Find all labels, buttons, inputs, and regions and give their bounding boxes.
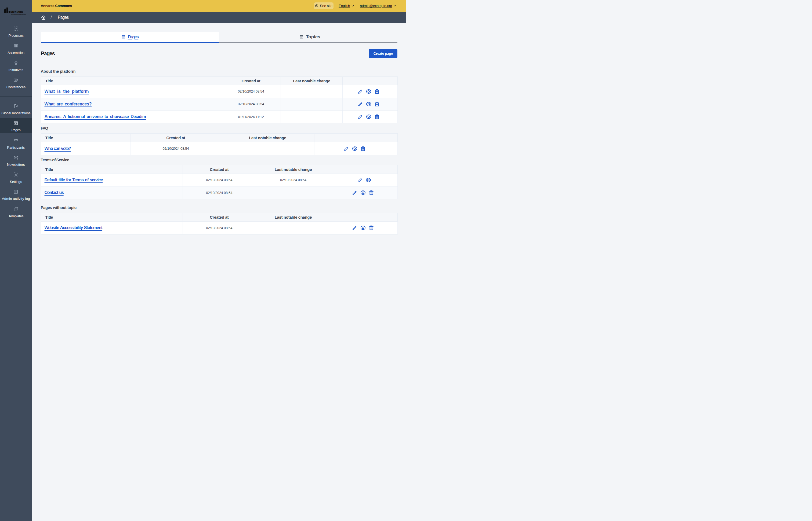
svg-text:decidim: decidim bbox=[11, 10, 23, 14]
svg-text:free open-source democracy: free open-source democracy bbox=[11, 14, 26, 15]
